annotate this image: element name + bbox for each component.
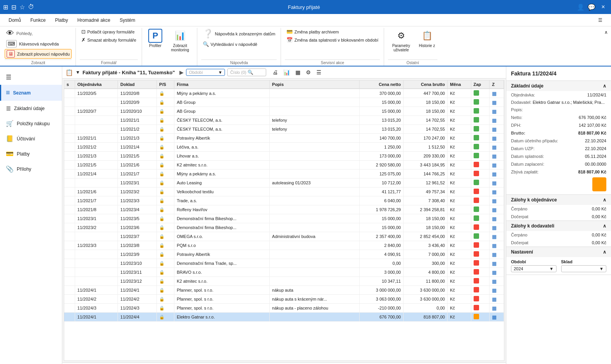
col-brutto: Cena brutto [403,80,447,89]
cell-brutto: 4 800,00 [403,268,447,277]
cell-obj: 11/2021/2 [75,143,118,152]
parametry-btn[interactable]: ⚙ Parametry uživatele [388,28,414,53]
history-label: Historie z [419,44,435,48]
table-row[interactable]: 11/2021/2 🔒 ČESKÝ TELECOM, a.s. telefony… [64,125,504,134]
sidebar-item-polozky[interactable]: 🛒 Položky nákupu [0,116,62,131]
sklad-label: Sklad [561,259,607,264]
table-row[interactable]: 11/2023/7 🔒 OMEGA s.r.o. Administrativní… [64,232,504,241]
panel-section-zalohy-dod-header[interactable]: Zálohy k dodavateli ∧ [506,221,611,231]
cell-z: ▦ [490,241,504,250]
book-icon[interactable]: 📋 [65,69,73,76]
table-row[interactable]: 11/2023/12 🔒 K2 atmitec s.r.o. 10 347,11… [64,277,504,286]
table-row[interactable]: 11/2021/6 11/2023/2 🔒 Velkoobchod textil… [64,187,504,196]
ribbon-collapse-btn[interactable]: ∧ [604,28,608,66]
sidebar-item-prilohy[interactable]: 📎 Přílohy [0,161,62,177]
table-row[interactable]: 11/2024/3 11/2024/3 🔒 Pfanner, spol. s r… [64,304,504,313]
col-ps: P/S [157,80,174,89]
menu-domu[interactable]: Domů [5,16,25,24]
pohledy-btn[interactable]: 👁 Pohledy, [5,28,72,38]
close-button[interactable]: × [599,2,608,12]
panel-section-zakladni-header[interactable]: Základní údaje ∧ [506,81,611,91]
table-row[interactable]: 11/2021/8 11/2023/4 🔒 Roffeny Havířov 1 … [64,205,504,214]
table-row[interactable]: 11/2023/10 🔒 Demonstrační firma Trade, s… [64,259,504,268]
table-row[interactable]: 11/2020/5 11/2020/8 🔒 Mlýny a pekárny a.… [64,89,504,98]
print-icon[interactable]: 🖨 [270,68,280,77]
table-row[interactable]: 11/2021/2 11/2021/4 🔒 Léčiva, a.s. 1 250… [64,143,504,152]
cell-obj: 11/2023/3 [75,241,118,250]
obdobi-select[interactable]: 2024 ▼ [511,265,557,272]
cell-mena: Kč [448,89,471,98]
table-row[interactable]: 11/2023/11 🔒 BRAVO s.r.o. 3 000,00 4 800… [64,268,504,277]
klavesova-napoveda-btn[interactable]: ⌨ Klávesová nápověda [5,39,72,48]
period-select[interactable]: Období ▼ [186,69,225,76]
profiler-btn[interactable]: P Profiler [146,28,165,49]
table-row[interactable]: 11/2024/1 11/2024/1 🔒 Pfanner, spol. s r… [64,286,504,295]
historie-btn[interactable]: 📋 Historie z [416,28,437,49]
potlacit-upravy-btn[interactable]: ⊡ Potlačit úpravy formuláře [80,28,138,35]
table-row[interactable]: 11/2020/7 11/2020/10 🔒 AB Group 15 000,0… [64,107,504,116]
menu-icon[interactable]: ☰ [314,68,324,77]
cell-obj [75,259,118,268]
panel-row-netto: Netto: 676 700,00 Kč [506,114,611,121]
number-filter[interactable]: Číslo (0) 🔍 [227,68,266,76]
cell-obj: 11/2021/3 [75,152,118,161]
table-row[interactable]: 11/2021/7 11/2023/3 🔒 Trade, a.s. 6 040,… [64,196,504,205]
ribbon: 👁 Pohledy, ⌨ Klávesová nápověda 🖥 Zobraz… [0,26,611,66]
cell-ps: 🔒 [157,152,174,161]
zmena-platby-btn[interactable]: 💳 Změna platby archivem [285,28,380,35]
chevron-down-icon[interactable]: ▼ [75,70,80,75]
smazat-atributy-btn[interactable]: ✗ Smazat atributy formuláře [80,36,138,44]
sidebar-item-seznam[interactable]: ≡ Seznam [0,85,62,101]
cell-firma: AB Group [174,107,270,116]
napoveda-data-btn[interactable]: ❔ Nápověda k zobrazeným datům [201,28,277,40]
cell-dok: 11/2020/8 [118,89,157,98]
arrow-right-icon[interactable]: ▶ [179,69,184,75]
menu-platby[interactable]: Platby [51,16,72,24]
panel-section-nastaveni-header[interactable]: Nastavení ∧ [506,247,611,257]
menu-hamburger[interactable]: ☰ [594,16,606,24]
sidebar-item-menu[interactable]: ☰ [0,70,62,85]
panel-section-zalohy-obj-header[interactable]: Zálohy k objednávce ∧ [506,195,611,205]
zmena-data-btn[interactable]: 📅 Změna data splatnosti v blokovaném obd… [285,36,380,44]
sklad-select[interactable]: ▼ [561,265,607,272]
settings-icon[interactable]: ⚙ [304,68,313,77]
table-row[interactable]: 11/2023/3 11/2023/8 🔒 PQM s.r.o 2 840,00… [64,241,504,250]
sidebar-item-platby[interactable]: 💳 Platby [0,146,62,161]
cell-dok: 11/2021/7 [118,170,157,178]
table-row[interactable]: 11/2023/1 🔒 Auto Leasing autoleasing 01/… [64,178,504,187]
table-row[interactable]: 11/2024/1 11/2024/4 🔒 Elektro Gatnar s.r… [64,313,504,322]
chart-icon[interactable]: 📊 [281,68,292,77]
zobrazit-monitoring-btn[interactable]: 📊 Zobrazit monitoring [167,28,193,53]
table-row[interactable]: 11/2021/1 🔒 ČESKÝ TELECOM, a.s. telefony… [64,116,504,125]
table-row[interactable]: 11/2020/9 🔒 AB Group 15 000,00 18 150,00… [64,98,504,107]
menu-funkce[interactable]: Funkce [26,16,49,24]
cell-obj [75,116,118,125]
table-row[interactable]: 11/2021/4 11/2021/7 🔒 Mlýny a pekárny a.… [64,170,504,178]
table-row[interactable]: 11/2023/2 11/2023/6 🔒 Demonstrační firma… [64,223,504,232]
display-icon: 🖥 [7,50,15,58]
sidebar-uctovani-icon: 📒 [6,135,14,142]
cell-z: ▦ [490,196,504,205]
cell-popis [270,250,360,259]
table-row[interactable]: 11/2024/2 11/2024/2 🔒 Pfanner, spol. s r… [64,295,504,304]
table-row[interactable]: 11/2021/1 11/2021/3 🔒 Potraviny Albertík… [64,134,504,143]
sidebar-item-zakladni[interactable]: ≣ Základní údaje [0,101,62,116]
cell-firma: Potraviny Albertík [174,250,270,259]
cell-zap [471,313,490,322]
table-row[interactable]: 11/2023/1 11/2023/5 🔒 Demonstrační firma… [64,214,504,223]
docerpat-dod-value: 0,00 Kč [592,240,606,245]
table-row[interactable]: 11/2021/3 11/2021/5 🔒 Lihovar a.s. 173 0… [64,152,504,161]
cell-brutto: 3 436,40 [403,241,447,250]
table-row[interactable]: 11/2023/9 🔒 Potraviny Albertík 4 090,91 … [64,250,504,259]
cell-brutto: 2 394 258,81 [403,205,447,214]
menu-hromadne[interactable]: Hromadné akce [74,16,114,24]
table-row[interactable]: 11/2021/5 11/2021/6 🔒 K2 atmitec s.r.o. … [64,161,504,170]
sidebar-item-uctovani[interactable]: 📒 Účtování [0,131,62,146]
cell-s [64,214,75,223]
menu-system[interactable]: Systém [116,16,139,24]
vyhledavani-napoveda-btn[interactable]: 🔍 Vyhledávání v nápovědě [201,40,277,48]
cell-s [64,205,75,214]
layout-icon[interactable]: ▦ [293,68,303,77]
cell-popis [270,161,360,170]
zobrazit-plovouci-btn[interactable]: 🖥 Zobrazit plovoucí nápovědu [5,49,72,59]
